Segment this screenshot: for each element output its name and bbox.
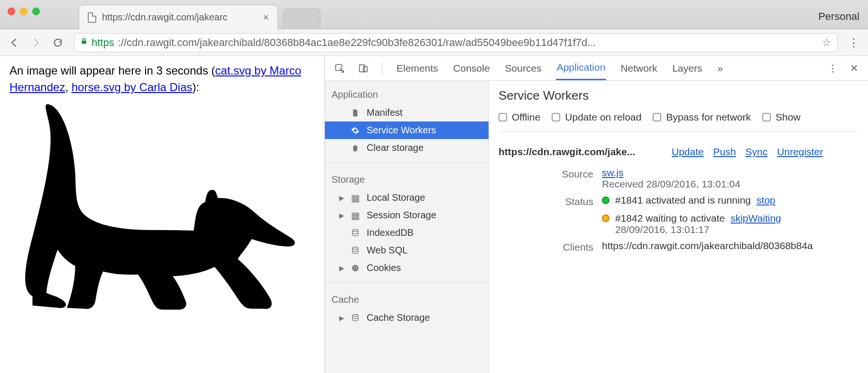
tab-title: https://cdn.rawgit.com/jakearc xyxy=(102,12,228,23)
sidebar-item-clear-storage[interactable]: Clear storage xyxy=(325,139,489,157)
url-text: ://cdn.rawgit.com/jakearchibald/80368b84… xyxy=(118,37,815,49)
back-button[interactable] xyxy=(9,37,20,48)
gear-icon xyxy=(351,126,360,135)
application-sidebar: Application Manifest Service Workers xyxy=(325,81,489,373)
link-stop[interactable]: stop xyxy=(757,195,776,206)
label-clients: Clients xyxy=(499,240,593,253)
sidebar-section-cache: Cache xyxy=(325,290,489,309)
cookie-icon xyxy=(351,263,360,273)
checkbox-bypass-for-network[interactable]: Bypass for network xyxy=(653,112,751,123)
lock-icon xyxy=(80,37,88,47)
tab-network[interactable]: Network xyxy=(619,56,658,80)
status-active-text: #1841 activated and is running xyxy=(615,195,751,206)
sidebar-item-manifest[interactable]: Manifest xyxy=(325,104,489,121)
browser-toolbar: https://cdn.rawgit.com/jakearchibald/803… xyxy=(0,29,868,56)
database-icon xyxy=(351,228,360,238)
minimize-window-button[interactable] xyxy=(20,8,28,15)
bookmark-star-icon[interactable]: ☆ xyxy=(822,37,831,49)
panel-title: Service Workers xyxy=(499,88,859,103)
svg-point-8 xyxy=(355,266,356,267)
forward-button[interactable] xyxy=(30,37,42,48)
service-workers-panel: Service Workers Offline Update on reload… xyxy=(489,81,868,373)
grid-icon: ▦ xyxy=(351,193,360,203)
link-skip-waiting[interactable]: skipWaiting xyxy=(730,213,781,224)
svg-rect-3 xyxy=(363,66,367,72)
link-horse-svg[interactable]: horse.svg by Carla Dias xyxy=(72,81,193,93)
sidebar-item-cookies[interactable]: ▶Cookies xyxy=(325,259,489,277)
link-source-file[interactable]: sw.js xyxy=(602,167,624,178)
new-tab-button[interactable] xyxy=(283,9,321,29)
tab-close-icon[interactable]: × xyxy=(263,11,269,24)
chrome-menu-button[interactable]: ⋮ xyxy=(848,36,859,49)
sw-origin: https://cdn.rawgit.com/jake... xyxy=(499,146,657,158)
tab-elements[interactable]: Elements xyxy=(396,56,439,80)
svg-point-9 xyxy=(356,268,357,269)
link-update[interactable]: Update xyxy=(672,146,704,158)
svg-point-4 xyxy=(352,229,358,232)
status-dot-waiting-icon xyxy=(602,214,609,222)
sidebar-item-indexeddb[interactable]: IndexedDB xyxy=(325,224,489,242)
tab-application[interactable]: Application xyxy=(556,56,607,80)
tab-console[interactable]: Console xyxy=(452,56,491,80)
inspect-icon[interactable] xyxy=(334,63,345,74)
clients-value: https://cdn.rawgit.com/jakearchibald/803… xyxy=(602,240,859,252)
link-push[interactable]: Push xyxy=(713,146,736,158)
close-window-button[interactable] xyxy=(8,8,15,15)
database-icon xyxy=(351,246,360,255)
label-source: Source xyxy=(499,167,593,180)
status-dot-active-icon xyxy=(602,196,609,204)
file-icon xyxy=(88,12,96,23)
device-toggle-icon[interactable] xyxy=(358,63,369,74)
tab-more[interactable]: » xyxy=(716,56,724,80)
sidebar-item-web-sql[interactable]: Web SQL xyxy=(325,242,489,259)
sidebar-item-service-workers[interactable]: Service Workers xyxy=(325,121,489,139)
page-content: An image will appear here in 3 seconds (… xyxy=(0,56,324,373)
checkbox-update-on-reload[interactable]: Update on reload xyxy=(552,112,641,123)
svg-point-5 xyxy=(352,247,358,249)
svg-point-6 xyxy=(352,265,359,271)
checkbox-offline[interactable]: Offline xyxy=(499,112,540,123)
traffic-lights xyxy=(8,8,40,15)
sidebar-item-local-storage[interactable]: ▶▦Local Storage xyxy=(325,189,489,206)
sidebar-section-storage: Storage xyxy=(325,170,489,189)
zoom-window-button[interactable] xyxy=(32,8,40,15)
window-titlebar: https://cdn.rawgit.com/jakearc × Persona… xyxy=(0,0,868,29)
devtools-tabs: Elements Console Sources Application Net… xyxy=(325,56,868,81)
status-waiting-text: #1842 waiting to activate xyxy=(615,213,725,224)
svg-point-10 xyxy=(354,269,355,270)
sidebar-item-cache-storage[interactable]: ▶Cache Storage xyxy=(325,309,489,326)
grid-icon: ▦ xyxy=(351,211,360,220)
sidebar-section-application: Application xyxy=(325,85,489,104)
browser-tab[interactable]: https://cdn.rawgit.com/jakearc × xyxy=(79,5,278,29)
status-waiting-time: 28/09/2016, 13:01:17 xyxy=(615,224,859,235)
trash-icon xyxy=(351,143,360,153)
checkbox-show-all[interactable]: Show xyxy=(762,112,801,123)
link-unregister[interactable]: Unregister xyxy=(777,146,823,158)
reload-button[interactable] xyxy=(52,37,64,48)
cat-svg xyxy=(9,99,299,322)
sw-options-row: Offline Update on reload Bypass for netw… xyxy=(499,112,859,123)
svg-point-7 xyxy=(354,266,355,267)
devtools-menu-icon[interactable]: ⋮ xyxy=(828,63,838,74)
sidebar-item-session-storage[interactable]: ▶▦Session Storage xyxy=(325,206,489,224)
database-icon xyxy=(351,313,360,323)
profile-label[interactable]: Personal xyxy=(818,10,859,23)
svg-point-11 xyxy=(352,314,358,317)
devtools: Elements Console Sources Application Net… xyxy=(324,56,868,373)
tab-layers[interactable]: Layers xyxy=(671,56,703,80)
svg-rect-2 xyxy=(360,65,365,72)
tab-sources[interactable]: Sources xyxy=(504,56,543,80)
file-icon xyxy=(351,108,360,118)
link-sync[interactable]: Sync xyxy=(746,146,768,158)
cat-image xyxy=(9,99,315,322)
page-text: An image will appear here in 3 seconds ( xyxy=(9,64,215,77)
svg-rect-0 xyxy=(82,41,86,44)
source-received: Received 28/09/2016, 13:01:04 xyxy=(602,178,859,190)
url-scheme: https xyxy=(92,37,114,49)
label-status: Status xyxy=(499,195,593,207)
address-bar[interactable]: https://cdn.rawgit.com/jakearchibald/803… xyxy=(74,33,838,52)
devtools-close-icon[interactable]: ✕ xyxy=(850,63,859,74)
